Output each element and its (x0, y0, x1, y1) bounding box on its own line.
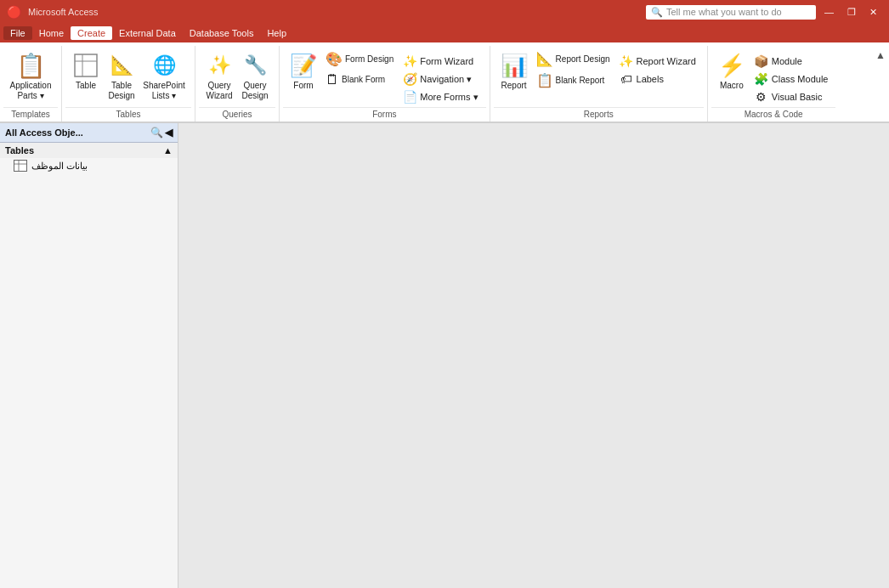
table-icon-large (72, 52, 99, 79)
sidebar-search-icon[interactable]: 🔍 (150, 127, 163, 139)
more-forms-icon: 📄 (403, 90, 416, 104)
application-parts-icon: 📋 (17, 52, 44, 79)
visual-basic-label: Visual Basic (772, 92, 823, 102)
table-design-icon: 📐 (108, 52, 135, 79)
macros-content: ⚡ Macro 📦 Module 🧩 Class Module ⚙ Visual… (711, 46, 836, 107)
application-parts-label: ApplicationParts ▾ (10, 81, 52, 101)
svg-rect-0 (75, 54, 97, 76)
collapse-icon: ▲ (875, 49, 886, 61)
table-design-label: TableDesign (108, 81, 134, 101)
report-icon: 📊 (501, 52, 528, 79)
menu-create[interactable]: Create (71, 26, 112, 40)
sidebar-item-employee-label: بيانات الموظف (31, 161, 88, 172)
menu-database-tools[interactable]: Database Tools (183, 26, 261, 40)
query-design-button[interactable]: 🔧 QueryDesign (238, 49, 272, 104)
title-bar-label: Microsoft Access (28, 7, 99, 17)
reports-content: 📊 Report 📐 Report Design 📋 Blank Report … (494, 46, 704, 107)
class-module-icon: 🧩 (755, 72, 768, 86)
class-module-label: Class Module (772, 74, 829, 84)
labels-label: Labels (637, 74, 664, 84)
report-label: Report (501, 81, 527, 91)
sidebar: All Access Obje... 🔍 ◀ Tables ▲ بيانات ا… (0, 123, 178, 588)
menubar: File Home Create External Data Database … (0, 24, 889, 42)
tables-content: Table 📐 TableDesign 🌐 SharePointLists ▾ (65, 46, 191, 107)
form-button[interactable]: 📝 Form (286, 49, 320, 93)
tables-group-label: Tables (65, 107, 191, 122)
menu-home[interactable]: Home (32, 26, 71, 40)
report-wizard-button[interactable]: ✨ Report Wizard (615, 53, 700, 70)
navigation-label: Navigation ▾ (420, 74, 472, 85)
more-forms-label: More Forms ▾ (420, 92, 478, 103)
labels-icon: 🏷 (620, 72, 633, 86)
table-button[interactable]: Table (69, 49, 103, 93)
restore-icon[interactable]: ❐ (842, 7, 861, 18)
templates-content: 📋 ApplicationParts ▾ (3, 46, 58, 107)
form-design-button[interactable]: 🎨 Form Design (322, 49, 397, 69)
form-wizard-icon: ✨ (403, 54, 416, 68)
sidebar-collapse-icon[interactable]: ◀ (165, 127, 173, 139)
sidebar-tables-section[interactable]: Tables ▲ (0, 143, 178, 158)
sidebar-title: All Access Obje... (5, 127, 83, 138)
blank-report-icon: 📋 (536, 72, 553, 88)
labels-button[interactable]: 🏷 Labels (615, 71, 700, 88)
form-design-label: Form Design (345, 54, 394, 65)
macros-group-label: Macros & Code (711, 107, 836, 122)
ribbon-group-tables: Table 📐 TableDesign 🌐 SharePointLists ▾ … (62, 46, 195, 122)
application-parts-button[interactable]: 📋 ApplicationParts ▾ (7, 49, 54, 104)
report-design-label: Report Design (556, 54, 610, 65)
ribbon-group-queries: ✨ QueryWizard 🔧 QueryDesign Queries (195, 46, 280, 122)
sidebar-item-employee-data[interactable]: بيانات الموظف (0, 158, 178, 173)
reports-stack: 📐 Report Design 📋 Blank Report (533, 49, 614, 90)
sharepoint-lists-label: SharePointLists ▾ (143, 81, 184, 101)
form-wizard-button[interactable]: ✨ Form Wizard (399, 53, 482, 70)
sharepoint-lists-button[interactable]: 🌐 SharePointLists ▾ (140, 49, 188, 104)
sidebar-header-icons: 🔍 ◀ (150, 127, 173, 139)
visual-basic-button[interactable]: ⚙ Visual Basic (750, 88, 833, 105)
search-box[interactable]: 🔍 Tell me what you want to do (646, 5, 816, 20)
close-icon[interactable]: ✕ (864, 7, 882, 18)
blank-report-button[interactable]: 📋 Blank Report (533, 71, 614, 90)
query-wizard-button[interactable]: ✨ QueryWizard (202, 49, 236, 104)
ribbon-group-forms: 📝 Form 🎨 Form Design 🗒 Blank Form ✨ Form… (280, 46, 490, 122)
query-design-label: QueryDesign (241, 81, 268, 101)
ribbon-collapse-button[interactable]: ▲ (875, 46, 889, 61)
app-icon: 🔴 (7, 5, 21, 19)
more-forms-button[interactable]: 📄 More Forms ▾ (399, 88, 482, 105)
sidebar-tables-label: Tables (5, 145, 34, 155)
macros-small-stack: 📦 Module 🧩 Class Module ⚙ Visual Basic (750, 49, 833, 105)
blank-form-button[interactable]: 🗒 Blank Form (322, 71, 397, 89)
search-placeholder: Tell me what you want to do (666, 7, 782, 17)
query-wizard-label: QueryWizard (206, 81, 232, 101)
report-design-button[interactable]: 📐 Report Design (533, 49, 614, 69)
menu-file[interactable]: File (3, 26, 32, 40)
forms-stack: 🎨 Form Design 🗒 Blank Form (322, 49, 397, 89)
forms-content: 📝 Form 🎨 Form Design 🗒 Blank Form ✨ Form… (283, 46, 486, 107)
form-icon: 📝 (290, 52, 317, 79)
minimize-icon[interactable]: — (819, 7, 839, 17)
forms-group-label: Forms (283, 107, 486, 122)
blank-form-icon: 🗒 (326, 72, 339, 88)
sidebar-tables-collapse-icon: ▲ (163, 145, 173, 155)
ribbon-group-macros-code: ⚡ Macro 📦 Module 🧩 Class Module ⚙ Visual… (708, 46, 840, 122)
macro-button[interactable]: ⚡ Macro (715, 49, 749, 93)
form-wizard-label: Form Wizard (420, 56, 473, 66)
sidebar-table-icon (14, 160, 27, 172)
module-button[interactable]: 📦 Module (750, 53, 833, 70)
svg-rect-3 (14, 161, 27, 172)
menu-external-data[interactable]: External Data (112, 26, 183, 40)
report-button[interactable]: 📊 Report (497, 49, 531, 93)
navigation-button[interactable]: 🧭 Navigation ▾ (399, 71, 482, 88)
class-module-button[interactable]: 🧩 Class Module (750, 71, 833, 88)
visual-basic-icon: ⚙ (755, 90, 768, 104)
module-label: Module (772, 56, 802, 66)
module-icon: 📦 (755, 54, 768, 68)
form-design-icon: 🎨 (326, 51, 343, 67)
ribbon-group-reports: 📊 Report 📐 Report Design 📋 Blank Report … (490, 46, 708, 122)
sidebar-header: All Access Obje... 🔍 ◀ (0, 123, 178, 143)
main-area: All Access Obje... 🔍 ◀ Tables ▲ بيانات ا… (0, 123, 889, 588)
report-design-icon: 📐 (536, 51, 553, 67)
menu-help[interactable]: Help (260, 26, 293, 40)
queries-content: ✨ QueryWizard 🔧 QueryDesign (199, 46, 275, 107)
blank-report-label: Blank Report (556, 76, 605, 86)
table-design-button[interactable]: 📐 TableDesign (105, 49, 139, 104)
